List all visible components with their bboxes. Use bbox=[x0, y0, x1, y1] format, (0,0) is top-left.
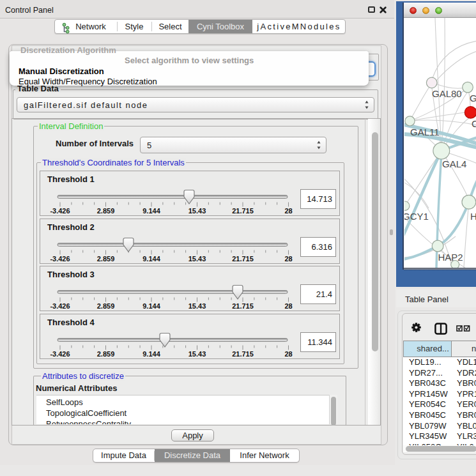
svg-text:28: 28 bbox=[284, 255, 292, 263]
svg-text:21.715: 21.715 bbox=[232, 350, 254, 358]
svg-text:9.144: 9.144 bbox=[142, 255, 160, 263]
svg-text:GCY1: GCY1 bbox=[404, 211, 429, 222]
svg-text:-3.426: -3.426 bbox=[50, 350, 70, 358]
svg-text:15.43: 15.43 bbox=[188, 350, 206, 358]
svg-text:15.43: 15.43 bbox=[188, 255, 206, 263]
svg-text:CDC6: CDC6 bbox=[472, 118, 476, 129]
svg-text:Threshold 4: Threshold 4 bbox=[47, 318, 95, 327]
svg-text:2.859: 2.859 bbox=[97, 255, 115, 263]
svg-text:GAL2: GAL2 bbox=[470, 93, 476, 104]
svg-text:21.715: 21.715 bbox=[232, 255, 254, 263]
svg-text:GAL11: GAL11 bbox=[410, 127, 440, 137]
svg-text:9.144: 9.144 bbox=[142, 302, 160, 310]
svg-text:Threshold 2: Threshold 2 bbox=[47, 222, 95, 232]
svg-text:-3.426: -3.426 bbox=[50, 302, 70, 310]
svg-text:GAL4: GAL4 bbox=[442, 158, 466, 169]
svg-text:2.859: 2.859 bbox=[97, 350, 115, 358]
svg-text:15.43: 15.43 bbox=[188, 207, 206, 215]
svg-text:HAP2: HAP2 bbox=[438, 252, 463, 263]
svg-text:-3.426: -3.426 bbox=[50, 255, 70, 263]
svg-text:HIS4: HIS4 bbox=[470, 211, 476, 222]
svg-text:15.43: 15.43 bbox=[188, 302, 206, 310]
svg-text:GAL80: GAL80 bbox=[432, 88, 462, 99]
svg-text:21.715: 21.715 bbox=[232, 302, 254, 310]
svg-text:21.715: 21.715 bbox=[232, 207, 254, 215]
svg-text:Threshold 1: Threshold 1 bbox=[47, 174, 95, 184]
svg-text:-3.426: -3.426 bbox=[50, 207, 70, 215]
svg-text:28: 28 bbox=[284, 207, 292, 215]
svg-text:2.859: 2.859 bbox=[97, 302, 115, 310]
svg-text:9.144: 9.144 bbox=[142, 350, 160, 358]
svg-text:28: 28 bbox=[284, 302, 292, 310]
svg-text:Threshold 3: Threshold 3 bbox=[47, 270, 95, 279]
svg-text:2.859: 2.859 bbox=[97, 207, 115, 215]
svg-text:28: 28 bbox=[284, 350, 292, 358]
svg-text:9.144: 9.144 bbox=[142, 207, 160, 215]
